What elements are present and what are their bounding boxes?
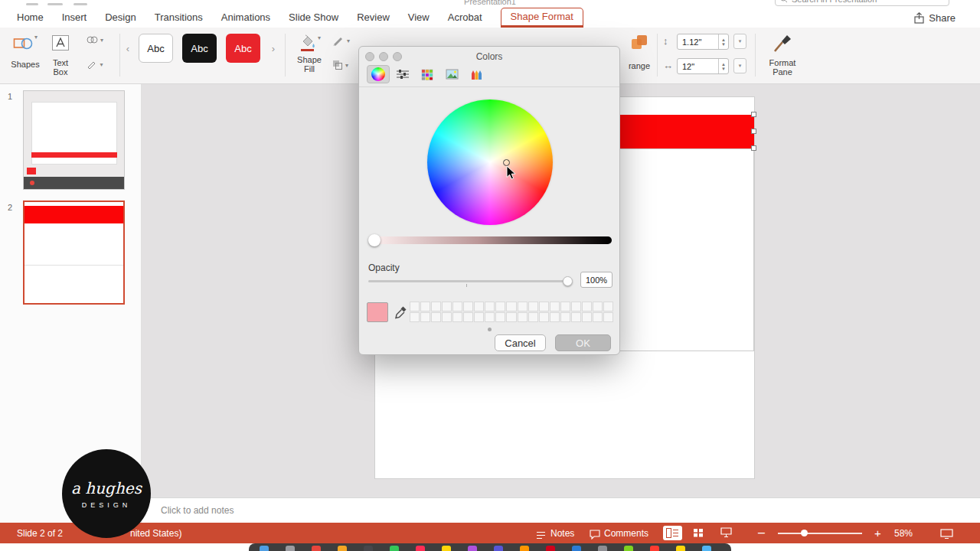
- zoom-level[interactable]: 58%: [894, 528, 913, 539]
- shape-style-preset-2[interactable]: Abc: [182, 34, 217, 63]
- zoom-out-button[interactable]: –: [758, 526, 765, 540]
- swatch-cell[interactable]: [560, 312, 570, 322]
- dock-app-icon[interactable]: [624, 546, 633, 551]
- dock-app-icon[interactable]: [598, 546, 607, 551]
- swatch-cell[interactable]: [560, 302, 570, 311]
- text-box-button[interactable]: Text Box: [46, 32, 75, 77]
- shape-width-input[interactable]: 12" ▲▼: [677, 58, 729, 74]
- swatch-cell[interactable]: [593, 302, 603, 311]
- color-palettes-tab[interactable]: [416, 65, 439, 83]
- dock-app-icon[interactable]: [520, 546, 529, 551]
- tab-home[interactable]: Home: [17, 8, 44, 28]
- slide-sorter-view-button[interactable]: [693, 527, 704, 541]
- swatch-cell[interactable]: [474, 312, 484, 322]
- tab-shape-format[interactable]: Shape Format: [501, 8, 583, 28]
- slide-thumbnail-2[interactable]: [23, 201, 125, 305]
- dock-app-icon[interactable]: [650, 546, 659, 551]
- swatch-cell[interactable]: [550, 312, 560, 322]
- dock-app-icon[interactable]: [468, 546, 477, 551]
- normal-view-button[interactable]: [663, 526, 682, 540]
- color-well[interactable]: [367, 302, 388, 322]
- dock-app-icon[interactable]: [494, 546, 503, 551]
- swatch-cell[interactable]: [474, 302, 484, 311]
- opacity-slider-knob[interactable]: [563, 276, 573, 286]
- dock-app-icon[interactable]: [546, 546, 555, 551]
- step-down-icon[interactable]: ▼: [721, 67, 726, 71]
- tab-animations[interactable]: Animations: [221, 8, 270, 28]
- shape-style-preset-1[interactable]: Abc: [139, 34, 173, 63]
- cancel-button[interactable]: Cancel: [495, 334, 546, 351]
- swatch-cell[interactable]: [582, 302, 592, 311]
- tab-slide-show[interactable]: Slide Show: [289, 8, 338, 28]
- swatch-cell[interactable]: [410, 302, 420, 311]
- tab-acrobat[interactable]: Acrobat: [448, 8, 482, 28]
- swatch-cell[interactable]: [442, 302, 452, 311]
- zoom-slider-knob[interactable]: [801, 530, 808, 536]
- dock-app-icon[interactable]: [676, 546, 685, 551]
- swatch-cell[interactable]: [582, 312, 592, 322]
- height-stepper[interactable]: ▲▼: [718, 34, 728, 49]
- language-indicator[interactable]: nited States): [130, 528, 181, 539]
- swatch-cell[interactable]: [431, 302, 441, 311]
- swatch-cell[interactable]: [528, 302, 538, 311]
- eyedropper-button[interactable]: [393, 303, 410, 321]
- opacity-value-field[interactable]: 100%: [580, 272, 612, 288]
- swatch-cell[interactable]: [518, 302, 528, 311]
- ribbon-small-button-top[interactable]: ▾: [81, 35, 109, 44]
- ribbon-small-button-bottom[interactable]: ▾: [81, 60, 109, 69]
- dock-app-icon[interactable]: [702, 546, 711, 551]
- shape-style-preset-3[interactable]: Abc: [226, 34, 260, 63]
- pencils-tab[interactable]: [465, 65, 488, 83]
- dock-app-icon[interactable]: [572, 546, 581, 551]
- dock-app-icon[interactable]: [260, 546, 269, 551]
- resize-handle-top-right[interactable]: [751, 112, 756, 117]
- swatch-cell[interactable]: [420, 312, 430, 322]
- dock-app-icon[interactable]: [312, 546, 321, 551]
- ok-button[interactable]: OK: [555, 334, 611, 351]
- swatch-cell[interactable]: [539, 312, 549, 322]
- swatch-cell[interactable]: [452, 302, 462, 311]
- shapes-button[interactable]: ▾ Shapes: [8, 32, 43, 69]
- size-option-button-top[interactable]: ▾: [733, 34, 746, 49]
- fit-slide-to-window-icon[interactable]: [940, 528, 953, 542]
- shape-height-input[interactable]: 1.12" ▲▼: [677, 34, 729, 50]
- notes-pane[interactable]: Click to add notes: [142, 497, 980, 523]
- swatch-cell[interactable]: [485, 312, 495, 322]
- swatch-cell[interactable]: [452, 312, 462, 322]
- dock-app-icon[interactable]: [390, 546, 399, 551]
- size-option-button-bottom[interactable]: ▾: [733, 58, 746, 73]
- swatch-drawer-handle[interactable]: [488, 328, 492, 331]
- tab-insert[interactable]: Insert: [62, 8, 87, 28]
- swatch-cell[interactable]: [550, 302, 560, 311]
- dock-app-icon[interactable]: [338, 546, 347, 551]
- shape-effects-button[interactable]: ▾: [332, 60, 348, 70]
- search-input[interactable]: Search in Presentation: [775, 0, 949, 6]
- swatch-cell[interactable]: [571, 302, 581, 311]
- color-sliders-tab[interactable]: [391, 65, 414, 83]
- tab-design[interactable]: Design: [105, 8, 136, 28]
- dock-app-icon[interactable]: [416, 546, 425, 551]
- tab-review[interactable]: Review: [357, 8, 390, 28]
- swatch-cell[interactable]: [431, 312, 441, 322]
- swatch-cell[interactable]: [442, 312, 452, 322]
- arrange-button[interactable]: range: [619, 32, 660, 70]
- swatch-cell[interactable]: [603, 302, 613, 311]
- format-pane-button[interactable]: Format Pane: [761, 32, 804, 77]
- gallery-prev-button[interactable]: ‹: [122, 34, 133, 63]
- swatch-cell[interactable]: [495, 302, 505, 311]
- shape-outline-button[interactable]: ▾: [332, 35, 350, 46]
- swatch-cell[interactable]: [485, 302, 495, 311]
- zoom-in-button[interactable]: +: [874, 527, 881, 540]
- width-stepper[interactable]: ▲▼: [718, 59, 728, 73]
- opacity-slider[interactable]: [368, 280, 569, 282]
- step-down-icon[interactable]: ▼: [721, 42, 726, 47]
- resize-handle-bottom-right[interactable]: [751, 145, 756, 151]
- swatch-cell[interactable]: [603, 312, 613, 322]
- swatch-cell[interactable]: [463, 312, 473, 322]
- slide-thumbnail-1[interactable]: [23, 90, 125, 190]
- brightness-slider-knob[interactable]: [368, 234, 381, 246]
- dock[interactable]: [249, 543, 731, 551]
- swatch-cell[interactable]: [420, 302, 430, 311]
- swatch-cell[interactable]: [518, 312, 528, 322]
- swatch-cell[interactable]: [571, 312, 581, 322]
